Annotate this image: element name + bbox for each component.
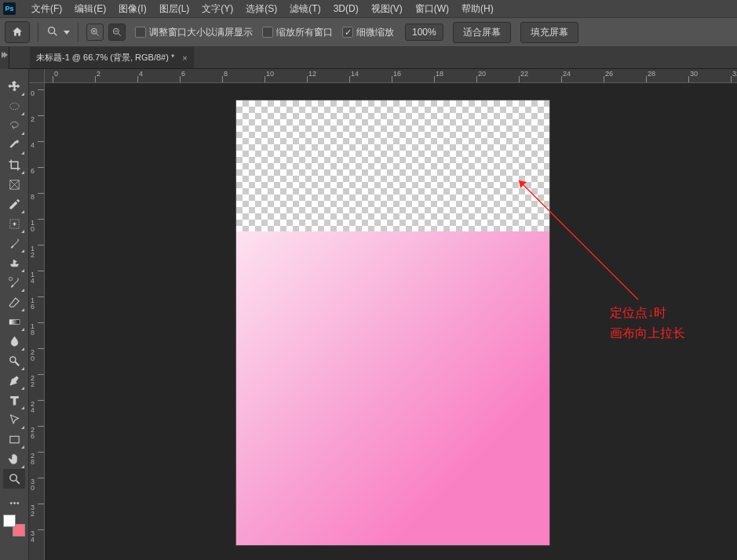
zoom-in-mode[interactable] — [86, 24, 104, 41]
svg-point-21 — [10, 502, 12, 504]
menu-image[interactable]: 图像(I) — [112, 1, 152, 17]
svg-point-16 — [9, 357, 15, 362]
foreground-color-swatch[interactable] — [3, 515, 16, 527]
healing-brush-tool[interactable] — [3, 214, 25, 234]
move-tool[interactable] — [3, 77, 25, 96]
annotation-text: 定位点↓时 画布向上拉长 — [610, 303, 685, 344]
svg-line-1 — [54, 33, 57, 35]
ruler-origin[interactable] — [29, 69, 45, 83]
chevron-down-icon — [64, 31, 70, 35]
svg-line-20 — [16, 481, 19, 484]
zoom-out-mode[interactable] — [108, 24, 126, 41]
menu-window[interactable]: 窗口(W) — [409, 1, 455, 17]
svg-point-22 — [13, 502, 15, 504]
color-swatches[interactable] — [3, 515, 25, 536]
hand-tool[interactable] — [3, 449, 25, 469]
document-tab[interactable]: 未标题-1 @ 66.7% (背景, RGB/8#) * × — [30, 47, 194, 68]
menu-select[interactable]: 选择(S) — [239, 1, 283, 17]
transparent-area — [236, 100, 549, 231]
eyedropper-tool[interactable] — [3, 195, 25, 214]
magnifier-icon — [46, 25, 59, 40]
pen-tool[interactable] — [3, 371, 25, 391]
zoom-percent[interactable]: 100% — [405, 24, 443, 41]
shape-tool[interactable] — [3, 430, 25, 449]
document-canvas[interactable] — [236, 100, 549, 545]
canvas-viewport[interactable]: 定位点↓时 画布向上拉长 — [45, 83, 737, 560]
tab-title: 未标题-1 @ 66.7% (背景, RGB/8#) * — [36, 52, 174, 64]
crop-tool[interactable] — [3, 155, 25, 175]
svg-line-7 — [119, 34, 121, 36]
content-area — [236, 231, 549, 545]
svg-point-23 — [16, 502, 18, 504]
menu-layer[interactable]: 图层(L) — [153, 1, 196, 17]
eraser-tool[interactable] — [3, 293, 25, 312]
ps-logo: Ps — [3, 2, 16, 15]
gradient-tool[interactable] — [3, 312, 25, 332]
menu-type[interactable]: 文字(Y) — [195, 1, 239, 17]
menu-filter[interactable]: 滤镜(T) — [283, 1, 327, 17]
document-tab-bar: 未标题-1 @ 66.7% (背景, RGB/8#) * × — [0, 47, 737, 69]
checkbox-icon — [262, 27, 273, 38]
tool-bar — [0, 69, 29, 560]
clone-stamp-tool[interactable] — [3, 253, 25, 273]
divider — [38, 23, 38, 42]
menu-file[interactable]: 文件(F) — [25, 1, 68, 17]
zoom-tool[interactable] — [3, 469, 25, 489]
checkbox-icon — [342, 27, 353, 38]
horizontal-ruler[interactable]: 02468101214161820222426283032 — [45, 69, 737, 83]
type-tool[interactable] — [3, 391, 25, 410]
svg-rect-18 — [9, 436, 18, 443]
menu-3d[interactable]: 3D(D) — [327, 2, 365, 16]
menu-view[interactable]: 视图(V) — [365, 1, 409, 17]
history-brush-tool[interactable] — [3, 273, 25, 293]
resize-window-checkbox[interactable]: 调整窗口大小以满屏显示 — [135, 26, 253, 39]
work-area: 02468101214161820222426283032 024681 01 … — [29, 69, 737, 560]
lasso-tool[interactable] — [3, 116, 25, 136]
checkbox-icon — [135, 27, 146, 38]
dodge-tool[interactable] — [3, 351, 25, 371]
edit-toolbar[interactable] — [3, 493, 25, 513]
options-bar: 调整窗口大小以满屏显示 缩放所有窗口 细微缩放 100% 适合屏幕 填充屏幕 — [0, 17, 737, 47]
fill-screen-button[interactable]: 填充屏幕 — [520, 22, 578, 43]
brush-tool[interactable] — [3, 234, 25, 253]
svg-line-17 — [15, 362, 19, 365]
blur-tool[interactable] — [3, 332, 25, 351]
menu-help[interactable]: 帮助(H) — [455, 1, 500, 17]
vertical-ruler[interactable]: 024681 01 21 41 61 82 02 22 42 62 83 03 … — [29, 83, 45, 560]
close-icon[interactable]: × — [182, 53, 187, 63]
svg-point-9 — [9, 103, 18, 110]
svg-rect-15 — [9, 320, 20, 325]
scrubby-zoom-checkbox[interactable]: 细微缩放 — [342, 26, 394, 39]
menu-edit[interactable]: 编辑(E) — [68, 1, 112, 17]
zoom-tool-indicator[interactable] — [46, 25, 70, 40]
chevron-right-icon — [4, 52, 8, 58]
frame-tool[interactable] — [3, 175, 25, 195]
magic-wand-tool[interactable] — [3, 136, 25, 155]
svg-line-3 — [97, 34, 99, 36]
svg-point-19 — [9, 475, 16, 482]
fit-screen-button[interactable]: 适合屏幕 — [453, 22, 511, 43]
marquee-tool[interactable] — [3, 96, 25, 116]
menu-bar: Ps 文件(F) 编辑(E) 图像(I) 图层(L) 文字(Y) 选择(S) 滤… — [0, 0, 737, 17]
svg-point-0 — [49, 27, 55, 33]
svg-point-14 — [9, 277, 12, 280]
divider — [78, 23, 78, 42]
path-selection-tool[interactable] — [3, 410, 25, 430]
home-button[interactable] — [5, 21, 30, 43]
zoom-all-windows-checkbox[interactable]: 缩放所有窗口 — [262, 26, 333, 39]
